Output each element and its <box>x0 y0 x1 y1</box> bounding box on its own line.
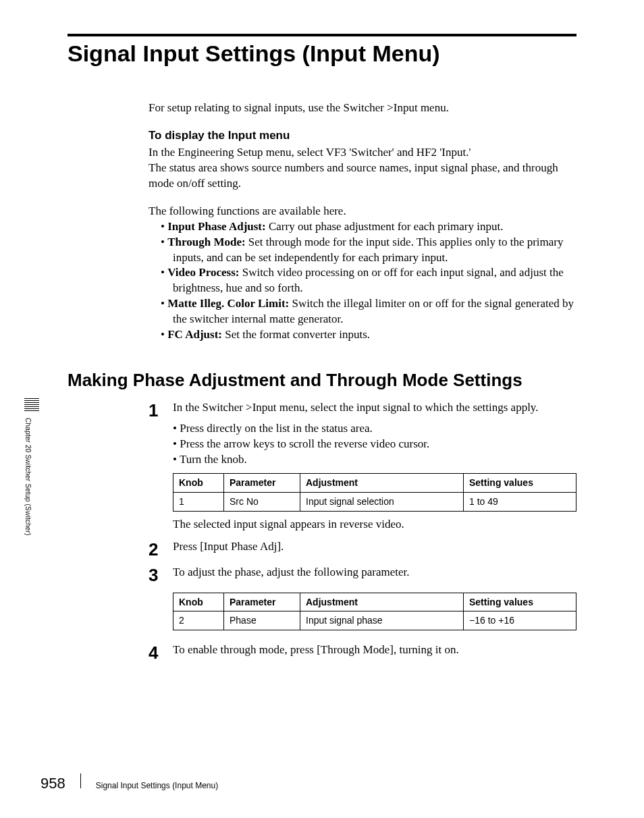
table-row: Knob Parameter Adjustment Setting values <box>173 473 576 492</box>
para-status-area: The status area shows source numbers and… <box>149 161 576 192</box>
side-decoration-bars <box>24 398 41 411</box>
side-caption: Chapter 20 Switcher Setup (Switcher) <box>24 398 41 536</box>
para-engineering-setup: In the Engineering Setup menu, select VF… <box>149 145 576 161</box>
step-2: 2 Press [Input Phase Adj]. <box>149 539 576 558</box>
td-parameter: Src No <box>224 492 300 511</box>
td-setting-values: −16 to +16 <box>464 611 576 630</box>
list-item-label: Through Mode: <box>167 236 245 248</box>
function-list: Input Phase Adjust: Carry out phase adju… <box>149 219 576 344</box>
list-item: Through Mode: Set through mode for the i… <box>161 235 576 266</box>
table-knob-1: Knob Parameter Adjustment Setting values… <box>173 473 576 512</box>
list-item-label: Video Process: <box>167 266 239 279</box>
step-1-text: In the Switcher >Input menu, select the … <box>173 400 576 416</box>
td-parameter: Phase <box>224 611 300 630</box>
list-item: Press the arrow keys to scroll the rever… <box>173 437 576 452</box>
section-heading: Making Phase Adjustment and Through Mode… <box>68 370 576 391</box>
list-item: Input Phase Adjust: Carry out phase adju… <box>161 219 576 235</box>
list-item-text: Set the format converter inputs. <box>222 328 370 341</box>
th-knob: Knob <box>173 593 224 611</box>
th-parameter: Parameter <box>224 473 300 492</box>
step-2-text: Press [Input Phase Adj]. <box>173 539 576 558</box>
th-adjustment: Adjustment <box>300 473 464 492</box>
side-chapter-text: Chapter 20 Switcher Setup (Switcher) <box>24 418 32 536</box>
list-item: FC Adjust: Set the format converter inpu… <box>161 327 576 343</box>
footer-separator <box>80 773 81 788</box>
list-item: Turn the knob. <box>173 452 576 468</box>
subheading-display-input-menu: To display the Input menu <box>149 128 576 144</box>
table-row: Knob Parameter Adjustment Setting values <box>173 593 576 611</box>
th-parameter: Parameter <box>224 593 300 611</box>
step-number-1: 1 <box>149 400 173 532</box>
td-adjustment: Input signal phase <box>300 611 464 630</box>
step-3-text: To adjust the phase, adjust the followin… <box>173 565 576 580</box>
list-item: Press directly on the list in the status… <box>173 421 576 437</box>
list-item: Video Process: Switch video processing o… <box>161 265 576 296</box>
list-item-label: Input Phase Adjust: <box>167 220 266 233</box>
table-knob-2: Knob Parameter Adjustment Setting values… <box>173 593 576 631</box>
step-1-after-table: The selected input signal appears in rev… <box>173 517 576 533</box>
th-adjustment: Adjustment <box>300 593 464 611</box>
step-4-text: To enable through mode, press [Through M… <box>173 643 576 661</box>
td-knob: 2 <box>173 611 224 630</box>
page-footer: 958 Signal Input Settings (Input Menu) <box>41 773 218 792</box>
para-functions-lead: The following functions are available he… <box>149 204 576 219</box>
list-item-label: FC Adjust: <box>167 328 222 341</box>
td-knob: 1 <box>173 492 224 511</box>
th-setting-values: Setting values <box>464 473 576 492</box>
intro-paragraph: For setup relating to signal inputs, use… <box>149 101 576 116</box>
page-number: 958 <box>41 775 65 792</box>
step-4: 4 To enable through mode, press [Through… <box>149 643 576 661</box>
table-row: 1 Src No Input signal selection 1 to 49 <box>173 492 576 511</box>
step-1: 1 In the Switcher >Input menu, select th… <box>149 400 576 532</box>
step-number-3: 3 <box>149 565 173 636</box>
th-setting-values: Setting values <box>464 593 576 611</box>
list-item-text: Carry out phase adjustment for each prim… <box>266 220 504 233</box>
td-adjustment: Input signal selection <box>300 492 464 511</box>
step-number-2: 2 <box>149 539 173 558</box>
footer-title: Signal Input Settings (Input Menu) <box>96 781 218 790</box>
list-item-label: Matte Illeg. Color Limit: <box>167 297 289 310</box>
step-number-4: 4 <box>149 643 173 661</box>
th-knob: Knob <box>173 473 224 492</box>
table-row: 2 Phase Input signal phase −16 to +16 <box>173 611 576 630</box>
td-setting-values: 1 to 49 <box>464 492 576 511</box>
list-item: Matte Illeg. Color Limit: Switch the ill… <box>161 296 576 327</box>
step-3: 3 To adjust the phase, adjust the follow… <box>149 565 576 636</box>
page-title: Signal Input Settings (Input Menu) <box>68 40 576 67</box>
top-rule <box>68 34 576 36</box>
step-1-bullets: Press directly on the list in the status… <box>173 421 576 468</box>
